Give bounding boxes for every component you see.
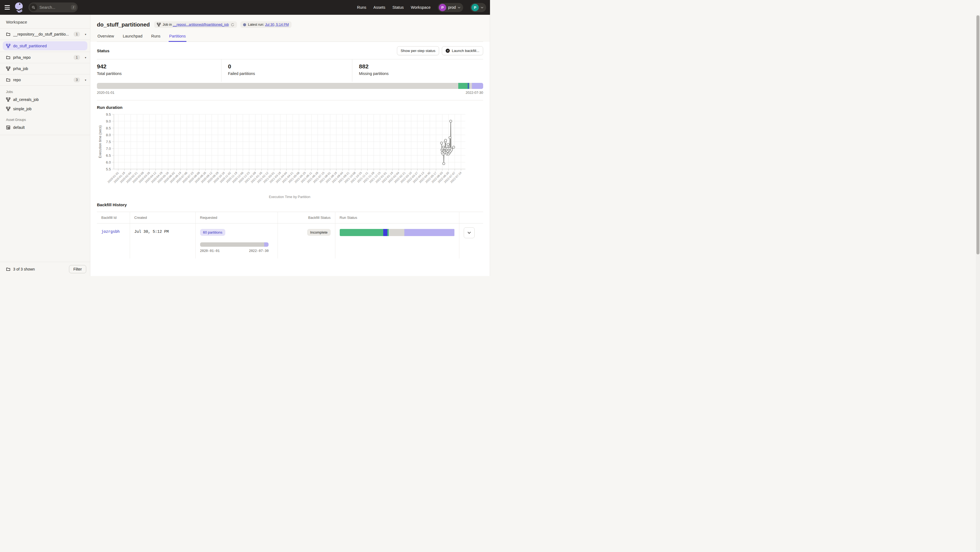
run-duration-chart-svg: 2020-01-012020-01-182020-02-042020-02-21…: [97, 112, 475, 201]
nav-link-assets[interactable]: Assets: [373, 5, 385, 10]
search-icon: [30, 3, 37, 11]
job-icon: [6, 44, 10, 48]
backfill-row: jozrgsbh Jul 30, 5:12 PM 60 partitions 2…: [97, 224, 483, 259]
nav-link-status[interactable]: Status: [393, 5, 404, 10]
deployment-switcher[interactable]: P prod: [438, 3, 463, 12]
search-input[interactable]: Search... /: [29, 2, 78, 12]
sidebar-item-repo[interactable]: repo 3 ▾: [0, 75, 90, 86]
status-heading: Status: [97, 48, 110, 53]
tab-runs[interactable]: Runs: [151, 34, 161, 41]
sidebar-item-default-asset-group[interactable]: default: [0, 123, 90, 132]
status-segment: [200, 242, 264, 247]
plus-circle-icon: +: [445, 49, 450, 53]
repo-count-badge: 1: [74, 32, 80, 36]
status-segment: [264, 242, 269, 247]
folder-icon: [6, 78, 10, 82]
jobs-section-label: Jobs: [0, 86, 90, 95]
repos-shown-count: 3 of 3 shown: [13, 267, 66, 271]
backfill-history-heading: Backfill History: [97, 202, 127, 207]
svg-text:7.0: 7.0: [106, 147, 111, 151]
svg-text:5.5: 5.5: [106, 167, 111, 171]
tab-launchpad[interactable]: Launchpad: [122, 34, 143, 41]
svg-text:8.0: 8.0: [106, 133, 111, 137]
status-segment: [340, 229, 368, 236]
status-segment: [383, 229, 387, 236]
status-segment: [97, 83, 458, 89]
backfill-status-badge: Incomplete: [307, 229, 331, 236]
caret-down-icon[interactable]: ▾: [85, 33, 86, 36]
workspace-sidebar: Workspace __repository__do_stuff_partiti…: [0, 15, 90, 276]
job-tabs: Overview Launchpad Runs Partitions: [97, 34, 483, 42]
partition-range-end: 2022-07-30: [466, 91, 483, 95]
user-menu[interactable]: P: [470, 3, 486, 12]
partition-stats: 942 Total partitions 0 Failed partitions…: [97, 59, 483, 82]
user-avatar: P: [471, 4, 479, 11]
data-point[interactable]: [445, 139, 447, 141]
stat-missing-partitions: 882 Missing partitions: [352, 59, 483, 82]
expand-row-button[interactable]: [464, 227, 475, 238]
svg-text:Execution Time by Partition: Execution Time by Partition: [269, 195, 310, 199]
tab-partitions[interactable]: Partitions: [169, 34, 186, 41]
sidebar-item-prha-job[interactable]: prha_job: [0, 63, 90, 75]
repository-link[interactable]: __reposi...artitioned@partitioned_job: [173, 23, 229, 27]
svg-text:9.0: 9.0: [106, 119, 111, 124]
data-point[interactable]: [450, 149, 452, 151]
run-duration-chart: 2020-01-012020-01-182020-02-042020-02-21…: [97, 112, 483, 202]
caret-down-icon[interactable]: ▾: [85, 56, 86, 59]
filter-button[interactable]: Filter: [69, 265, 86, 273]
backfill-created: Jul 30, 5:12 PM: [134, 230, 169, 234]
svg-text:7.5: 7.5: [106, 140, 111, 144]
data-point[interactable]: [449, 136, 451, 139]
nav-link-runs[interactable]: Runs: [357, 5, 366, 10]
latest-run-chip: Latest run: Jul 30, 5:14 PM: [240, 21, 291, 28]
asset-group-icon: [6, 125, 10, 130]
deployment-avatar: P: [439, 4, 446, 11]
reload-icon[interactable]: [231, 23, 234, 27]
dagster-logo-icon[interactable]: [14, 2, 24, 13]
partition-status-bar[interactable]: [97, 83, 483, 89]
caret-down-icon[interactable]: ▾: [85, 79, 86, 81]
sidebar-item-simple-job[interactable]: simple_job: [0, 104, 90, 114]
status-segment: [472, 83, 483, 89]
data-point[interactable]: [450, 120, 452, 122]
backfill-table: Backfill Id Created Requested Backfill S…: [97, 212, 483, 259]
data-point[interactable]: [441, 142, 443, 144]
chevron-down-icon: [467, 232, 471, 234]
show-per-step-status-button[interactable]: Show per-step status: [397, 46, 439, 55]
data-point[interactable]: [452, 146, 455, 148]
status-segment: [389, 229, 404, 236]
launch-backfill-button[interactable]: + Launch backfill...: [442, 46, 483, 55]
job-icon: [6, 107, 10, 111]
stat-failed-partitions: 0 Failed partitions: [221, 59, 352, 82]
folder-icon: [6, 32, 10, 36]
folder-icon: [6, 267, 10, 271]
backfill-id-link[interactable]: jozrgsbh: [101, 230, 119, 234]
svg-text:6.0: 6.0: [106, 160, 111, 164]
nav-link-workspace[interactable]: Workspace: [411, 5, 431, 10]
col-created: Created: [130, 212, 196, 224]
run-status-bar[interactable]: [340, 229, 455, 236]
job-icon: [6, 97, 10, 102]
sidebar-footer: 3 of 3 shown Filter: [0, 262, 90, 276]
sidebar-item-do-stuff-partitioned[interactable]: do_stuff_partitioned: [3, 41, 88, 50]
tab-overview[interactable]: Overview: [97, 34, 115, 41]
repo-count-badge: 1: [74, 55, 80, 60]
sidebar-heading: Workspace: [0, 15, 90, 29]
data-point[interactable]: [447, 143, 449, 146]
repo-count-badge: 3: [74, 78, 80, 82]
data-point[interactable]: [443, 162, 445, 165]
job-icon: [157, 23, 161, 27]
menu-icon[interactable]: [3, 3, 12, 12]
sidebar-item-prha-repo[interactable]: prha_repo 1 ▾: [0, 52, 90, 63]
latest-run-link[interactable]: Jul 30, 5:14 PM: [265, 23, 289, 27]
job-origin-chip: Job in __reposi...artitioned@partitioned…: [154, 21, 237, 28]
requested-range-bar: [200, 242, 269, 247]
col-backfill-status: Backfill Status: [278, 212, 335, 224]
top-navbar: Search... / Runs Assets Status Workspace…: [0, 0, 490, 15]
requested-partitions-badge[interactable]: 60 partitions: [200, 229, 226, 236]
sidebar-item-repository-do-stuff[interactable]: __repository__do_stuff_partitio... 1 ▾: [0, 29, 90, 40]
sidebar-item-all-cereals-job[interactable]: all_cereals_job: [0, 95, 90, 104]
deployment-label: prod: [448, 5, 456, 10]
svg-text:9.5: 9.5: [106, 113, 111, 117]
page-title: do_stuff_partitioned: [97, 22, 150, 28]
